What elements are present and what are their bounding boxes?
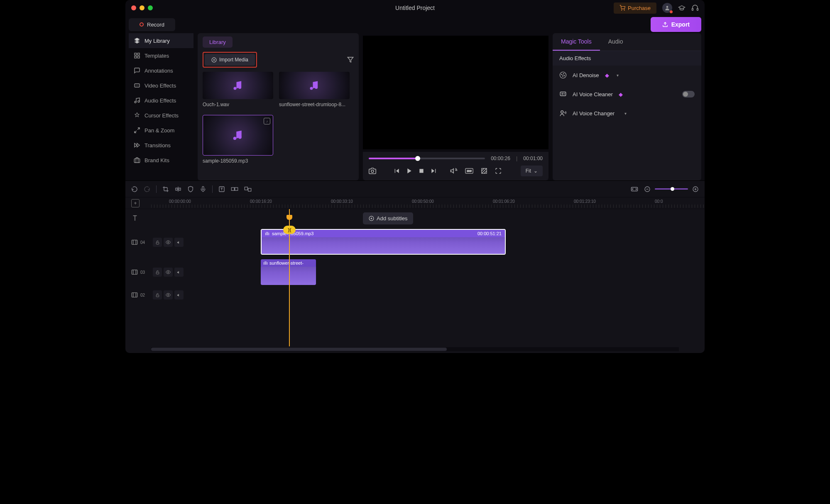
chevron-down-icon[interactable]: ▾ — [624, 111, 627, 116]
fit-select[interactable]: Fit⌄ — [521, 166, 543, 176]
fit-timeline-icon[interactable] — [631, 186, 638, 192]
add-track-button[interactable]: + — [131, 199, 140, 207]
add-subtitles-button[interactable]: Add subtitles — [363, 212, 413, 224]
snapshot-icon[interactable] — [369, 167, 376, 175]
ai-voice-cleaner-item: AI Voice Cleaner ◆ — [553, 85, 701, 104]
crop-icon[interactable] — [162, 186, 169, 192]
ai-denoise-item[interactable]: AI Denoise ◆ ▾ — [553, 66, 701, 85]
filter-icon[interactable] — [347, 56, 354, 63]
shield-icon[interactable] — [187, 186, 194, 192]
redo-icon[interactable] — [144, 186, 150, 192]
split-indicator-icon[interactable]: ]·[ — [283, 226, 296, 234]
audio-clip-1[interactable]: ıllısample-185059.mp300:00:51:21 — [261, 229, 506, 255]
learn-icon[interactable] — [678, 4, 686, 12]
chevron-down-icon[interactable]: ▾ — [617, 73, 619, 78]
ruler-tick: 00:00:33:10 — [331, 199, 353, 204]
transition-icon — [134, 142, 140, 149]
timeline: + 00:00:00:00 00:00:16:20 00:00:33:10 00… — [125, 180, 705, 353]
scrubber[interactable] — [369, 158, 485, 159]
layers-icon[interactable] — [231, 186, 238, 192]
step-back-icon[interactable] — [394, 168, 400, 174]
step-fwd-icon[interactable] — [430, 168, 437, 174]
svg-rect-6 — [135, 53, 137, 55]
sidebar-item-cursor-effects[interactable]: Cursor Effects — [129, 108, 193, 123]
hatch-icon[interactable] — [481, 168, 487, 174]
track-number: 02 — [140, 293, 145, 297]
sidebar-item-audio-effects[interactable]: Audio Effects — [129, 93, 193, 108]
zoom-in-icon[interactable] — [692, 186, 699, 192]
mute-icon[interactable] — [174, 268, 184, 277]
volume-icon[interactable] — [450, 167, 458, 175]
sidebar-item-transitions[interactable]: Transitions — [129, 138, 193, 153]
text-icon[interactable] — [218, 186, 225, 192]
eye-icon[interactable] — [164, 268, 173, 277]
stop-icon[interactable] — [419, 168, 424, 174]
zoom-out-icon[interactable] — [644, 186, 651, 192]
aspect-icon[interactable]: 16:9 — [465, 168, 473, 174]
ai-voice-cleaner-label: AI Voice Cleaner — [573, 91, 613, 97]
svg-line-41 — [482, 168, 484, 171]
magic-panel: Magic Tools Audio Audio Effects AI Denoi… — [553, 33, 701, 180]
text-track-icon — [131, 214, 139, 222]
sidebar-item-annotations[interactable]: Annotations — [129, 63, 193, 78]
layers2-icon[interactable] — [244, 186, 252, 192]
sidebar-item-templates[interactable]: Templates — [129, 48, 193, 63]
library-tab[interactable]: Library — [203, 37, 233, 48]
clip-duration: 00:00:51:21 — [477, 231, 502, 236]
purchase-button[interactable]: Purchase — [614, 2, 656, 14]
playhead-handle-icon[interactable] — [286, 215, 292, 220]
track-number: 03 — [140, 270, 145, 275]
minimize-icon[interactable] — [140, 5, 144, 10]
cart-icon — [619, 5, 625, 11]
dots-circle-icon — [559, 71, 567, 79]
lock-icon[interactable] — [153, 268, 162, 277]
export-button[interactable]: Export — [651, 17, 701, 32]
preview-screen[interactable] — [363, 36, 548, 149]
timeline-scrollbar[interactable] — [151, 347, 679, 351]
svg-marker-30 — [396, 169, 399, 173]
close-icon[interactable] — [131, 5, 136, 10]
sidebar-item-my-library[interactable]: My Library — [129, 33, 193, 48]
headset-icon[interactable] — [691, 4, 699, 12]
sidebar-item-pan-zoom[interactable]: Pan & Zoom — [129, 123, 193, 138]
undo-icon[interactable] — [131, 186, 138, 192]
media-name: sample-185059.mp3 — [203, 158, 273, 164]
track-number: 04 — [140, 240, 145, 245]
media-item-selected[interactable]: ♪ sample-185059.mp3 — [203, 115, 273, 164]
maximize-icon[interactable] — [148, 5, 153, 10]
timeline-ruler[interactable]: + 00:00:00:00 00:00:16:20 00:00:33:10 00… — [125, 197, 705, 209]
svg-line-42 — [484, 171, 487, 173]
tab-magic-tools[interactable]: Magic Tools — [553, 33, 600, 51]
zoom-slider[interactable] — [655, 188, 688, 190]
media-item[interactable]: Ouch-1.wav — [203, 72, 273, 107]
media-item[interactable]: sunflower-street-drumloop-8... — [279, 72, 350, 107]
voice-cleaner-toggle[interactable] — [682, 91, 695, 97]
split-icon[interactable] — [175, 186, 181, 192]
import-label: Import Media — [219, 57, 248, 63]
sidebar-item-brand-kits[interactable]: Brand Kits — [129, 153, 193, 168]
ai-voice-changer-item[interactable]: AI Voice Changer ▾ — [553, 104, 701, 123]
svg-marker-89 — [177, 294, 179, 296]
time-current: 00:00:26 — [491, 156, 510, 161]
fullscreen-icon[interactable] — [495, 168, 502, 174]
lock-icon[interactable] — [153, 290, 162, 299]
titlebar: Untitled Project Purchase — [125, 0, 705, 16]
sidebar-item-video-effects[interactable]: Video Effects — [129, 78, 193, 93]
svg-point-46 — [563, 76, 563, 77]
playhead[interactable]: ]·[ — [289, 209, 290, 346]
svg-rect-75 — [156, 242, 159, 244]
mute-icon[interactable] — [174, 290, 184, 299]
record-button[interactable]: Record — [129, 18, 175, 31]
lock-icon[interactable] — [153, 238, 162, 247]
play-icon[interactable] — [406, 168, 413, 174]
mic-icon[interactable] — [200, 186, 206, 192]
tab-audio[interactable]: Audio — [600, 33, 632, 51]
eye-icon[interactable] — [164, 238, 173, 247]
svg-rect-57 — [202, 186, 204, 190]
svg-point-11 — [136, 85, 136, 85]
avatar[interactable] — [662, 3, 672, 13]
audio-clip-2[interactable]: ıllısunflower-street- — [261, 259, 316, 285]
eye-icon[interactable] — [164, 290, 173, 299]
import-media-button[interactable]: Import Media — [205, 54, 255, 66]
mute-icon[interactable] — [174, 238, 184, 247]
